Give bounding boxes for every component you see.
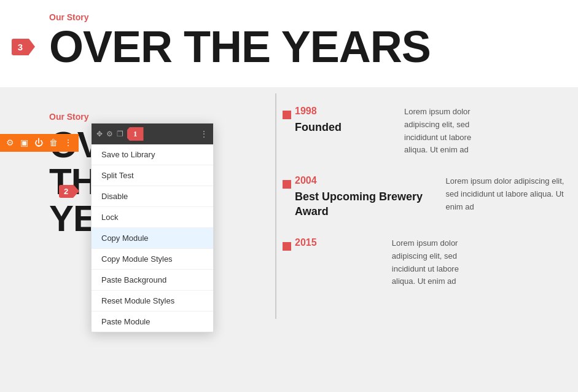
menu-move-icon[interactable]: ✥ [96, 130, 103, 139]
timeline-content-1998: 1998 Founded [295, 106, 386, 135]
layout-icon[interactable]: ▣ [20, 138, 28, 148]
menu-item-save-to-library[interactable]: Save to Library [92, 144, 213, 165]
timeline-dot-2015 [283, 242, 291, 251]
menu-item-split-test[interactable]: Split Test [92, 165, 213, 186]
menu-item-copy-module[interactable]: Copy Module [92, 228, 213, 249]
hero-section: 3 Our Story OVER THE YEARS [0, 0, 578, 87]
hero-subtitle: Our Story [49, 12, 578, 22]
module-toolbar: ⚙ ▣ ⏻ 🗑 ⋮ [0, 134, 79, 152]
hero-title: OVER THE YEARS [49, 25, 578, 69]
timeline-content-2015: 2015 [295, 237, 373, 252]
menu-settings-icon[interactable]: ⚙ [106, 130, 113, 139]
menu-step-badge: 1 [127, 127, 144, 141]
timeline-item-2015: 2015 Lorem ipsum dolor adipiscing elit, … [276, 237, 578, 288]
menu-three-dots[interactable]: ⋮ [200, 129, 208, 139]
timeline-heading-1998: Founded [295, 120, 386, 135]
step-number: 3 [18, 42, 23, 52]
timeline-row-1998: 1998 Founded Lorem ipsum dolor adipiscin… [295, 106, 495, 157]
timeline-item-2004: 2004 Best Upcoming Brewery Award Lorem i… [276, 175, 578, 219]
menu-item-paste-module[interactable]: Paste Module [92, 312, 213, 332]
timeline-year-2015: 2015 [295, 237, 373, 248]
more-icon[interactable]: ⋮ [64, 138, 72, 148]
settings-icon[interactable]: ⚙ [6, 138, 14, 148]
step-2-number: 2 [64, 187, 68, 196]
timeline-item-1998: 1998 Founded Lorem ipsum dolor adipiscin… [276, 106, 578, 157]
timeline-year-2004: 2004 [295, 175, 428, 186]
timeline-content-2004: 2004 Best Upcoming Brewery Award [295, 175, 428, 219]
timeline-dot-2004 [283, 180, 291, 189]
context-menu: ✥ ⚙ ❐ 1 ⋮ Save to Library Split Test Dis… [91, 123, 214, 332]
step-badge-3: 3 [10, 36, 37, 58]
context-menu-header: ✥ ⚙ ❐ 1 ⋮ [92, 123, 213, 144]
timeline-dot-1998 [283, 111, 291, 119]
timeline-row-2015: 2015 Lorem ipsum dolor adipiscing elit, … [295, 237, 471, 288]
timeline-year-1998: 1998 [295, 106, 386, 117]
menu-step-number: 1 [133, 129, 138, 139]
step-badge-arrow [29, 39, 35, 55]
left-subtitle: Our Story [49, 112, 246, 122]
timeline-text-2015: Lorem ipsum dolor adipiscing elit, sed i… [392, 237, 471, 288]
main-content: Our Story OVER THE YEAR 2 ✥ ⚙ ❐ 1 [0, 87, 578, 319]
menu-item-reset-module-styles[interactable]: Reset Module Styles [92, 291, 213, 312]
timeline-section: 1998 Founded Lorem ipsum dolor adipiscin… [264, 93, 578, 319]
menu-copy-icon[interactable]: ❐ [117, 130, 123, 139]
menu-item-lock[interactable]: Lock [92, 207, 213, 228]
step-badge-2-body: 2 [59, 185, 73, 198]
step-badge-body: 3 [12, 39, 29, 55]
step-badge-2: 2 [59, 184, 79, 198]
power-icon[interactable]: ⏻ [34, 138, 43, 148]
step-badge-2-arrow [73, 184, 79, 198]
timeline-text-1998: Lorem ipsum dolor adipiscing elit, sed i… [404, 106, 495, 157]
menu-item-paste-background[interactable]: Paste Background [92, 270, 213, 291]
menu-item-copy-module-styles[interactable]: Copy Module Styles [92, 249, 213, 270]
left-panel: Our Story OVER THE YEAR 2 ✥ ⚙ ❐ 1 [0, 93, 264, 319]
timeline-row-2004: 2004 Best Upcoming Brewery Award Lorem i… [295, 175, 578, 219]
timeline-heading-2004: Best Upcoming Brewery Award [295, 190, 428, 219]
menu-item-disable[interactable]: Disable [92, 186, 213, 207]
timeline-text-2004: Lorem ipsum dolor adipiscing elit, sed i… [446, 175, 579, 213]
trash-icon[interactable]: 🗑 [49, 138, 58, 148]
